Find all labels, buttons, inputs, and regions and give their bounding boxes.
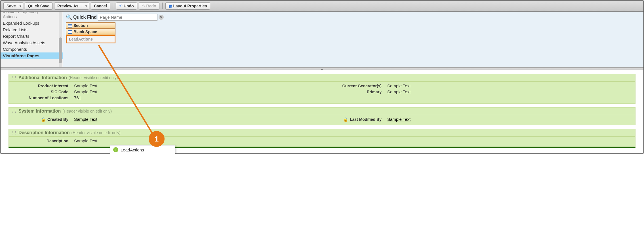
drag-handle-icon[interactable]: ⋮⋮ xyxy=(11,109,17,113)
layout-field[interactable]: 🔒Created BySample Text xyxy=(9,116,322,122)
palette-category-list: Mobile & LightningActionsExpanded Lookup… xyxy=(1,12,63,67)
section-header[interactable]: ⋮⋮Additional Information(Header visible … xyxy=(9,74,635,82)
sidebar-item[interactable]: Related Lists xyxy=(1,26,63,33)
layout-field[interactable]: Number of Locations761 xyxy=(9,95,322,101)
field-value: Sample Text xyxy=(384,117,411,122)
layout-section[interactable]: ⋮⋮Description Information(Header visible… xyxy=(9,129,635,148)
palette-panel: Mobile & LightningActionsExpanded Lookup… xyxy=(1,12,643,67)
collapse-up-icon: ▲ xyxy=(321,67,323,71)
redo-button[interactable]: ↷ Redo xyxy=(139,2,159,10)
palette-item-vf[interactable]: LeadActions xyxy=(66,35,115,43)
layout-field[interactable]: Current Generator(s)Sample Text xyxy=(322,83,635,89)
svg-rect-2 xyxy=(68,26,72,27)
layout-field[interactable]: PrimarySample Text xyxy=(322,89,635,95)
palette-item-blank[interactable]: Blank Space xyxy=(66,29,115,35)
sidebar-item[interactable]: Mobile & LightningActions xyxy=(1,12,63,20)
svg-rect-0 xyxy=(68,24,72,28)
search-icon: 🔍 xyxy=(66,14,72,20)
layout-properties-button[interactable]: ▦ Layout Properties xyxy=(165,2,210,10)
preview-dropdown-caret[interactable]: ▼ xyxy=(83,5,88,8)
sidebar-item[interactable]: Expanded Lookups xyxy=(1,20,63,26)
toolbar-divider xyxy=(113,3,113,9)
drag-handle-icon[interactable]: ⋮⋮ xyxy=(11,131,17,135)
drag-ghost: ✓LeadActions xyxy=(110,145,175,154)
field-value: Sample Text xyxy=(71,138,97,143)
svg-rect-4 xyxy=(68,31,72,32)
layout-section[interactable]: ⋮⋮System Information(Header visible on e… xyxy=(9,107,635,125)
layout-field[interactable]: 🔒Last Modified BySample Text xyxy=(322,116,635,122)
field-label: Product Interest xyxy=(9,84,71,88)
section-subtitle: (Header visible on edit only) xyxy=(69,75,118,80)
sidebar-item[interactable]: Components xyxy=(1,46,63,52)
field-value: Sample Text xyxy=(71,89,97,94)
drag-handle-icon[interactable]: ⋮⋮ xyxy=(11,76,17,80)
field-label: 🔒Created By xyxy=(9,117,71,122)
lock-icon: 🔒 xyxy=(343,117,348,122)
field-value: Sample Text xyxy=(384,89,411,94)
section-title: Description Information xyxy=(18,130,70,135)
layout-props-icon: ▦ xyxy=(169,4,172,8)
section-header[interactable]: ⋮⋮Description Information(Header visible… xyxy=(9,129,635,137)
section-icon xyxy=(68,24,72,27)
palette-collapse-handle[interactable]: ▲ xyxy=(1,67,643,70)
undo-button[interactable]: ↶ Undo xyxy=(116,2,137,10)
field-label: 🔒Last Modified By xyxy=(322,117,384,122)
save-dropdown-caret[interactable]: ▼ xyxy=(17,5,22,8)
section-title: System Information xyxy=(18,109,61,114)
undo-icon: ↶ xyxy=(119,4,123,8)
palette-item-label: Section xyxy=(73,23,88,28)
svg-rect-5 xyxy=(68,32,72,33)
redo-icon: ↷ xyxy=(142,4,145,8)
svg-rect-1 xyxy=(68,25,72,26)
sidebar-item[interactable]: Visualforce Pages xyxy=(1,52,63,59)
toolbar-divider xyxy=(162,3,163,9)
field-value: Sample Text xyxy=(384,83,411,88)
sidebar-item[interactable]: Wave Analytics Assets xyxy=(1,39,63,46)
layout-field[interactable]: SIC CodeSample Text xyxy=(9,89,322,95)
field-label: Description xyxy=(9,139,71,143)
field-value: Sample Text xyxy=(71,83,97,88)
check-icon: ✓ xyxy=(113,147,118,152)
section-header[interactable]: ⋮⋮System Information(Header visible on e… xyxy=(9,107,635,115)
quickfind-clear-icon[interactable]: ✕ xyxy=(159,15,164,20)
field-label: SIC Code xyxy=(9,90,71,94)
palette-item-section[interactable]: Section xyxy=(66,22,115,29)
save-button[interactable]: Save▼ xyxy=(3,2,23,10)
layout-field[interactable]: DescriptionSample Text xyxy=(9,138,322,144)
quickfind-input[interactable] xyxy=(98,14,157,21)
drag-ghost-label: LeadActions xyxy=(121,147,144,152)
palette-items: SectionBlank SpaceLeadActions xyxy=(66,22,115,43)
lock-icon: 🔒 xyxy=(41,117,46,122)
quick-save-button[interactable]: Quick Save xyxy=(25,2,53,10)
field-label: Number of Locations xyxy=(9,96,71,100)
field-value: Sample Text xyxy=(71,117,97,122)
section-subtitle: (Header visible on edit only) xyxy=(71,130,121,135)
toolbar: Save▼ Quick Save Preview As...▼ Cancel ↶… xyxy=(1,1,643,12)
blank-space-icon xyxy=(68,30,72,33)
field-label: Current Generator(s) xyxy=(322,84,384,88)
layout-field[interactable]: Product InterestSample Text xyxy=(9,83,322,89)
palette-item-label: LeadActions xyxy=(69,37,93,41)
annotation-badge: 1 xyxy=(149,131,165,147)
palette-item-label: Blank Space xyxy=(73,29,97,34)
layout-section[interactable]: ⋮⋮Additional Information(Header visible … xyxy=(9,74,635,104)
field-value: 761 xyxy=(71,95,81,100)
layout-canvas: ⋮⋮Additional Information(Header visible … xyxy=(1,74,643,153)
svg-rect-3 xyxy=(68,30,72,34)
preview-as-button[interactable]: Preview As...▼ xyxy=(54,2,89,10)
section-title: Additional Information xyxy=(18,75,67,80)
sidebar-item[interactable]: Report Charts xyxy=(1,33,63,39)
quickfind-label: Quick Find xyxy=(73,15,97,20)
sidebar-scrollbar-thumb[interactable] xyxy=(59,37,62,63)
cancel-button[interactable]: Cancel xyxy=(91,2,110,10)
field-label: Primary xyxy=(322,90,384,94)
section-subtitle: (Header visible on edit only) xyxy=(62,109,112,113)
